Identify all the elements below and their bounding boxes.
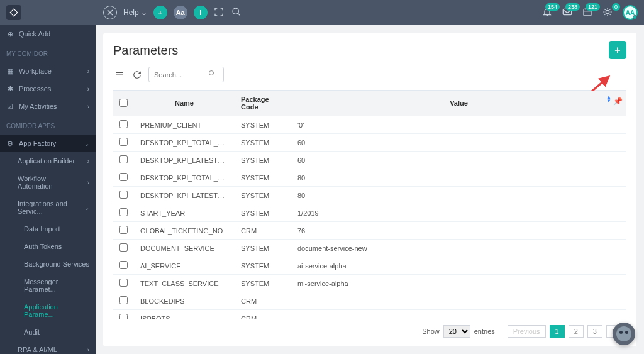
search-input[interactable]	[154, 71, 204, 79]
sidebar-item-integrations[interactable]: Integrations and Servic... ⌄	[0, 195, 96, 220]
pager-1[interactable]: 1	[550, 325, 565, 338]
table-wrap: Name Package Code Value ▲▼ 📌 PREMIUM_CLI…	[113, 90, 626, 319]
pager-2[interactable]: 2	[569, 325, 584, 338]
row-checkbox[interactable]	[119, 173, 128, 181]
search-box[interactable]	[148, 67, 224, 82]
select-all-checkbox[interactable]	[119, 99, 128, 107]
table-row[interactable]: DOCUMENT_SERVICE SYSTEM document-service…	[113, 240, 626, 257]
sidebar-item-auth-tokens[interactable]: Auth Tokens	[0, 238, 96, 255]
sidebar-item-workplace[interactable]: ▦ Workplace ›	[0, 62, 96, 80]
sidebar: ⊕ Quick Add MY COMIDOR ▦ Workplace › ✱ P…	[0, 25, 96, 354]
theme-icon[interactable]: 0	[602, 7, 614, 18]
table-row[interactable]: TEXT_CLASS_SERVICE SYSTEM ml-service-alp…	[113, 275, 626, 292]
sidebar-item-processes[interactable]: ✱ Processes ›	[0, 80, 96, 97]
svg-line-4	[238, 13, 240, 15]
help-menu[interactable]: Help ⌄	[123, 8, 147, 17]
table-row[interactable]: DESKTOP_KPI_TOTAL_LOWER_T... SYSTEM 80	[113, 169, 626, 187]
cell-name: DESKTOP_KPI_TOTAL_HIGHER_T...	[134, 134, 235, 152]
pager-3[interactable]: 3	[587, 325, 602, 338]
topbar-right: 154 238 121 0 AA	[542, 5, 638, 20]
cell-name: TEXT_CLASS_SERVICE	[134, 275, 235, 292]
table-row[interactable]: BLOCKEDIPS CRM	[113, 292, 626, 310]
row-checkbox[interactable]	[119, 296, 128, 304]
cell-pkg: CRM	[235, 310, 291, 319]
cell-pkg: SYSTEM	[235, 134, 291, 152]
table-row[interactable]: PREMIUM_CLIENT SYSTEM '0'	[113, 116, 626, 134]
cell-value: 80	[291, 187, 626, 204]
mail-badge: 238	[565, 3, 580, 11]
sidebar-item-messenger[interactable]: Messenger Paramet...	[0, 273, 96, 298]
sidebar-item-quick-add[interactable]: ⊕ Quick Add	[0, 25, 96, 43]
sidebar-item-bg-services[interactable]: Background Services	[0, 255, 96, 273]
table-row[interactable]: GLOBAL_TICKETING_NO CRM 76	[113, 222, 626, 240]
info-button[interactable]: i	[194, 6, 208, 19]
avatar[interactable]: AA	[623, 5, 638, 20]
bell-icon[interactable]: 154	[542, 7, 553, 18]
sidebar-item-audit[interactable]: Audit	[0, 323, 96, 341]
row-checkbox[interactable]	[119, 208, 128, 216]
topbar: Help ⌄ + Aa i 154 238 121 0 AA	[0, 0, 644, 25]
topbar-left: Help ⌄ + Aa i	[6, 5, 243, 20]
sidebar-item-label: Application Parame...	[24, 303, 89, 318]
cell-value: '0'	[291, 116, 626, 134]
new-button[interactable]: +	[153, 6, 167, 19]
table-row[interactable]: DESKTOP_KPI_LATEST_HIGHER_... SYSTEM 60	[113, 152, 626, 169]
chevron-right-icon: ›	[87, 158, 89, 165]
row-checkbox[interactable]	[119, 138, 128, 146]
row-checkbox[interactable]	[119, 191, 128, 199]
add-button[interactable]: +	[609, 41, 626, 59]
sidebar-item-rpa[interactable]: RPA & AI/ML ›	[0, 341, 96, 354]
svg-marker-0	[10, 9, 18, 16]
table-row[interactable]: START_YEAR SYSTEM 1/2019	[113, 204, 626, 222]
row-checkbox[interactable]	[119, 261, 128, 269]
card-header: Parameters +	[113, 41, 626, 59]
row-checkbox[interactable]	[119, 314, 128, 319]
sidebar-item-workflow-auto[interactable]: Workflow Automation ›	[0, 170, 96, 195]
row-checkbox[interactable]	[119, 226, 128, 234]
cell-value: ai-service-alpha	[291, 257, 626, 275]
col-value[interactable]: Value ▲▼ 📌	[291, 91, 626, 116]
font-size-button[interactable]: Aa	[174, 6, 187, 19]
page-size-select[interactable]: 20	[443, 325, 470, 338]
cal-badge: 121	[586, 3, 600, 11]
sidebar-section-my: MY COMIDOR	[0, 43, 96, 62]
sort-icon[interactable]: ▲▼	[606, 96, 611, 103]
sidebar-item-label: Workplace	[19, 67, 52, 75]
sidebar-item-app-params[interactable]: Application Parame...	[0, 298, 96, 323]
search-icon[interactable]	[231, 7, 243, 18]
calendar-icon[interactable]: 121	[582, 7, 594, 18]
sidebar-item-data-import[interactable]: Data Import	[0, 220, 96, 238]
theme-badge: 0	[612, 3, 620, 11]
sidebar-item-label: Quick Add	[19, 30, 50, 38]
cell-pkg: SYSTEM	[235, 275, 291, 292]
chat-widget[interactable]	[613, 323, 635, 345]
fullscreen-icon[interactable]	[214, 7, 225, 18]
close-button[interactable]	[103, 6, 117, 19]
sidebar-item-app-builder[interactable]: Application Builder ›	[0, 152, 96, 170]
sidebar-item-activities[interactable]: ☑ My Activities ›	[0, 97, 96, 115]
row-checkbox[interactable]	[119, 243, 128, 252]
app-logo[interactable]	[6, 5, 21, 20]
table-row[interactable]: AI_SERVICE SYSTEM ai-service-alpha	[113, 257, 626, 275]
sidebar-item-label: Messenger Paramet...	[24, 278, 89, 293]
search-icon[interactable]	[208, 70, 216, 79]
cell-pkg: SYSTEM	[235, 187, 291, 204]
sidebar-item-app-factory[interactable]: ⚙ App Factory ⌄	[0, 135, 96, 152]
pin-icon[interactable]: 📌	[613, 97, 623, 106]
menu-icon[interactable]	[113, 69, 126, 81]
cell-pkg: SYSTEM	[235, 152, 291, 169]
refresh-icon[interactable]	[131, 69, 143, 81]
table-row[interactable]: DESKTOP_KPI_TOTAL_HIGHER_T... SYSTEM 60	[113, 134, 626, 152]
row-checkbox[interactable]	[119, 279, 128, 287]
sidebar-section-apps: COMIDOR APPS	[0, 115, 96, 135]
chevron-right-icon: ›	[87, 179, 89, 186]
table-row[interactable]: ISPBOTS CRM	[113, 310, 626, 319]
col-pkg[interactable]: Package Code	[235, 91, 291, 116]
row-checkbox[interactable]	[119, 120, 128, 128]
mail-icon[interactable]: 238	[562, 7, 574, 18]
table-row[interactable]: DESKTOP_KPI_LATEST_LOWER_T... SYSTEM 80	[113, 187, 626, 204]
col-name[interactable]: Name	[134, 91, 235, 116]
svg-line-25	[213, 75, 215, 77]
pager-prev[interactable]: Previous	[508, 325, 546, 338]
row-checkbox[interactable]	[119, 155, 128, 163]
